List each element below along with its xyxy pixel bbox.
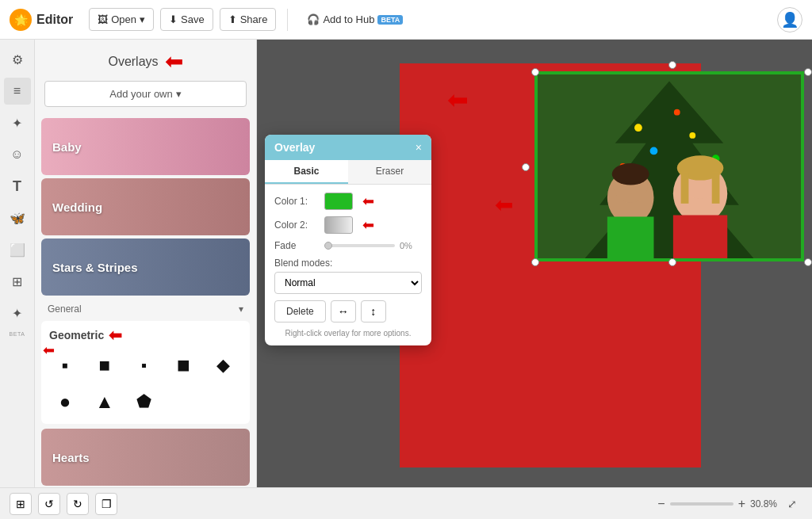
- geometric-label: Geometric: [49, 329, 104, 342]
- geo-shape-circle[interactable]: ●: [49, 386, 81, 418]
- dialog-title: Overlay: [274, 141, 315, 154]
- overlays-title: Overlays: [108, 55, 158, 69]
- magic-button[interactable]: ✦: [4, 109, 31, 136]
- general-label: General: [48, 303, 82, 315]
- texture-button[interactable]: ⊞: [4, 268, 31, 295]
- zoom-in-icon[interactable]: +: [738, 497, 745, 511]
- color1-row: Color 1: ⬅: [274, 193, 422, 210]
- beta-label: BETA: [10, 331, 25, 337]
- arrow-indicator-color2: ⬅: [362, 218, 374, 232]
- canvas-area: Overlay × Basic Eraser Color 1: ⬅ Color …: [257, 40, 812, 487]
- redo-button[interactable]: ↻: [67, 493, 89, 515]
- beta-badge: BETA: [377, 15, 403, 25]
- tab-basic[interactable]: Basic: [265, 160, 348, 184]
- save-button[interactable]: ⬇ Save: [160, 8, 213, 31]
- overlay-dialog: Overlay × Basic Eraser Color 1: ⬅ Color …: [265, 135, 431, 345]
- blend-select[interactable]: Normal Multiply Screen Overlay Darken Li…: [274, 272, 422, 294]
- bottom-bar: ⊞ ↺ ↻ ❐ − + 30.8% ⤢: [0, 487, 812, 519]
- handle-bottom-left[interactable]: [531, 258, 539, 266]
- svg-point-10: [612, 163, 649, 185]
- toolbar-divider: [287, 9, 288, 31]
- category-wedding[interactable]: Wedding: [41, 178, 250, 235]
- arrow-indicator-color1: ⬅: [362, 194, 374, 208]
- layers-button[interactable]: ⊞: [10, 493, 32, 515]
- fade-label: Fade: [274, 240, 318, 251]
- general-chevron-icon: ▾: [239, 303, 243, 315]
- zoom-percent: 30.8%: [750, 498, 777, 509]
- geometric-section: Geometric ⬅ ⬅ ▪ ■ ▪ ■ ◆ ● ▲ ⬟: [41, 321, 250, 424]
- add-own-button[interactable]: Add your own ▾: [44, 81, 247, 107]
- handle-top-right[interactable]: [804, 68, 812, 76]
- geo-shape-square[interactable]: ■: [89, 349, 121, 381]
- handle-top-center[interactable]: [668, 61, 676, 69]
- geo-shape-rounded-square[interactable]: ▪: [128, 349, 160, 381]
- app-title: Editor: [36, 13, 73, 27]
- photo-frame[interactable]: [534, 71, 804, 261]
- duplicate-button[interactable]: ❐: [95, 493, 117, 515]
- arrow-indicator-3: ⬅: [43, 343, 55, 357]
- undo-button[interactable]: ↺: [38, 493, 60, 515]
- brand-icon: 🌟: [10, 9, 32, 31]
- handle-middle-left[interactable]: [522, 163, 530, 171]
- adjustments-button[interactable]: ⚙: [4, 46, 31, 73]
- butterfly-button[interactable]: 🦋: [4, 204, 31, 231]
- frame-button[interactable]: ⬜: [4, 236, 31, 263]
- category-baby[interactable]: Baby: [41, 118, 250, 175]
- fade-row: Fade 0%: [274, 240, 422, 251]
- svg-point-5: [689, 132, 695, 139]
- svg-point-3: [674, 109, 680, 116]
- fade-slider[interactable]: [324, 244, 395, 247]
- zoom-out-icon[interactable]: −: [657, 497, 665, 511]
- handle-bottom-right[interactable]: [804, 258, 812, 266]
- star-pro-button[interactable]: ✦: [4, 300, 31, 326]
- general-dropdown[interactable]: General ▾: [41, 300, 250, 318]
- zoom-slider[interactable]: [670, 502, 733, 506]
- save-icon: ⬇: [169, 13, 178, 25]
- arrange-horiz-button[interactable]: ↔: [331, 300, 356, 322]
- geometric-title: Geometric ⬅: [49, 327, 242, 343]
- geo-shape-pentagon[interactable]: ⬟: [128, 386, 160, 418]
- arrow-indicator-2: ⬅: [109, 327, 122, 343]
- dialog-tabs: Basic Eraser: [265, 160, 431, 185]
- overlays-button[interactable]: ≡: [4, 78, 31, 105]
- share-button[interactable]: ⬆ Share: [220, 8, 277, 31]
- color2-swatch[interactable]: [324, 216, 353, 234]
- category-baby-label: Baby: [41, 140, 82, 154]
- dialog-header: Overlay ×: [265, 135, 431, 160]
- geo-shape-large-square[interactable]: ■: [167, 349, 199, 381]
- dialog-close-button[interactable]: ×: [416, 141, 422, 154]
- brand: 🌟 Editor: [10, 9, 73, 31]
- handle-bottom-center[interactable]: [668, 258, 676, 266]
- svg-rect-15: [712, 173, 720, 204]
- sidebar-scroll[interactable]: Baby Wedding Stars & Stripes General ▾ G…: [35, 115, 256, 487]
- sidebar: Overlays ⬅ Add your own ▾ Baby Wedding S…: [35, 40, 257, 487]
- dialog-actions: Delete ↔ ↕: [274, 300, 422, 322]
- tab-eraser[interactable]: Eraser: [348, 160, 431, 184]
- color2-row: Color 2: ⬅: [274, 216, 422, 234]
- dropdown-arrow-icon: ▾: [176, 88, 182, 100]
- geo-shape-diamond[interactable]: ◆: [207, 349, 239, 381]
- add-to-hub-button[interactable]: 🎧 Add to Hub BETA: [299, 9, 411, 30]
- svg-rect-17: [673, 216, 727, 258]
- user-avatar-button[interactable]: 👤: [777, 7, 802, 32]
- fullscreen-button[interactable]: ⤢: [782, 494, 802, 514]
- delete-button[interactable]: Delete: [274, 300, 326, 322]
- category-stars[interactable]: Stars & Stripes: [41, 239, 250, 296]
- handle-top-left[interactable]: [531, 68, 539, 76]
- open-button[interactable]: 🖼 Open ▾: [89, 8, 154, 31]
- arrow-indicator-overlays: ⬅: [447, 87, 469, 113]
- arrange-vert-button[interactable]: ↕: [361, 300, 386, 322]
- arrow-indicator-1: ⬅: [165, 51, 183, 73]
- zoom-controls: − + 30.8% ⤢: [657, 494, 802, 514]
- color1-swatch[interactable]: [324, 193, 353, 210]
- save-label: Save: [181, 13, 205, 25]
- photo-svg: [538, 74, 801, 258]
- geo-shape-triangle[interactable]: ▲: [89, 386, 121, 418]
- color1-label: Color 1:: [274, 196, 318, 207]
- geo-shapes-grid: ⬅ ▪ ■ ▪ ■ ◆ ● ▲ ⬟: [49, 349, 242, 418]
- face-button[interactable]: ☺: [4, 141, 31, 168]
- hub-icon: 🎧: [307, 13, 320, 25]
- text-button[interactable]: T: [4, 173, 31, 200]
- category-hearts[interactable]: Hearts: [41, 429, 250, 486]
- geo-shape-small-square[interactable]: ⬅ ▪: [49, 349, 81, 381]
